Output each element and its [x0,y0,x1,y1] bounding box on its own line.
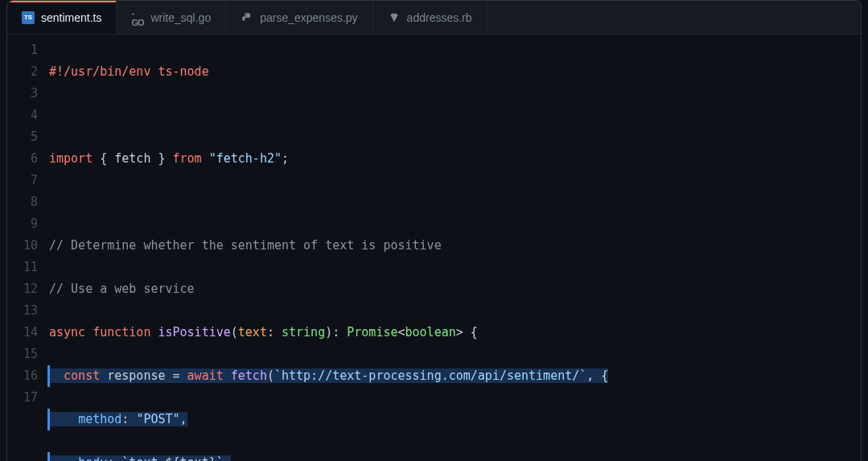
code-line [49,105,861,126]
ruby-icon [388,11,401,24]
code-line: body: `text=${text}`, [49,452,861,461]
tab-label: sentiment.ts [41,11,101,24]
tab-addresses-rb[interactable]: addresses.rb [373,1,487,34]
go-icon: -GO [131,11,144,24]
line-number: 4 [7,105,38,126]
tab-label: parse_expenses.py [260,11,357,24]
editor-window: TS sentiment.ts -GO write_sql.go parse_e… [6,0,862,461]
line-number: 12 [7,278,38,300]
line-number: 7 [7,170,38,191]
line-number: 16 [7,365,38,387]
line-number: 15 [7,344,38,365]
line-number: 13 [7,300,38,322]
line-number: 10 [7,235,38,257]
line-number: 6 [7,148,38,170]
code-line: async function isPositive(text: string):… [49,322,861,344]
line-number: 2 [7,61,38,83]
line-number: 3 [7,83,38,105]
code-line [49,191,861,213]
code-line: method: "POST", [49,409,861,430]
line-number-gutter: 1 2 3 4 5 6 7 8 9 10 11 12 13 14 15 16 1… [7,39,49,461]
code-line: // Determine whether the sentiment of te… [49,235,861,257]
line-number: 14 [7,322,38,344]
code-line: import { fetch } from "fetch-h2"; [49,148,861,170]
code-editor[interactable]: 1 2 3 4 5 6 7 8 9 10 11 12 13 14 15 16 1… [7,35,861,461]
tab-label: addresses.rb [407,11,472,24]
typescript-icon: TS [22,11,35,24]
line-number: 11 [7,257,38,278]
tab-sentiment-ts[interactable]: TS sentiment.ts [7,1,117,34]
line-number: 5 [7,126,38,148]
tab-bar: TS sentiment.ts -GO write_sql.go parse_e… [7,1,861,35]
line-number: 17 [7,387,38,409]
line-number: 8 [7,191,38,213]
tab-write-sql-go[interactable]: -GO write_sql.go [117,1,226,34]
tab-label: write_sql.go [150,11,211,24]
code-content[interactable]: #!/usr/bin/env ts-node import { fetch } … [49,39,861,461]
code-line: // Use a web service [49,278,861,300]
code-line: #!/usr/bin/env ts-node [49,61,861,83]
code-line: const response = await fetch(`http://tex… [49,365,861,387]
tab-parse-expenses-py[interactable]: parse_expenses.py [226,1,372,34]
line-number: 1 [7,39,38,61]
line-number: 9 [7,213,38,235]
python-icon [241,11,253,24]
